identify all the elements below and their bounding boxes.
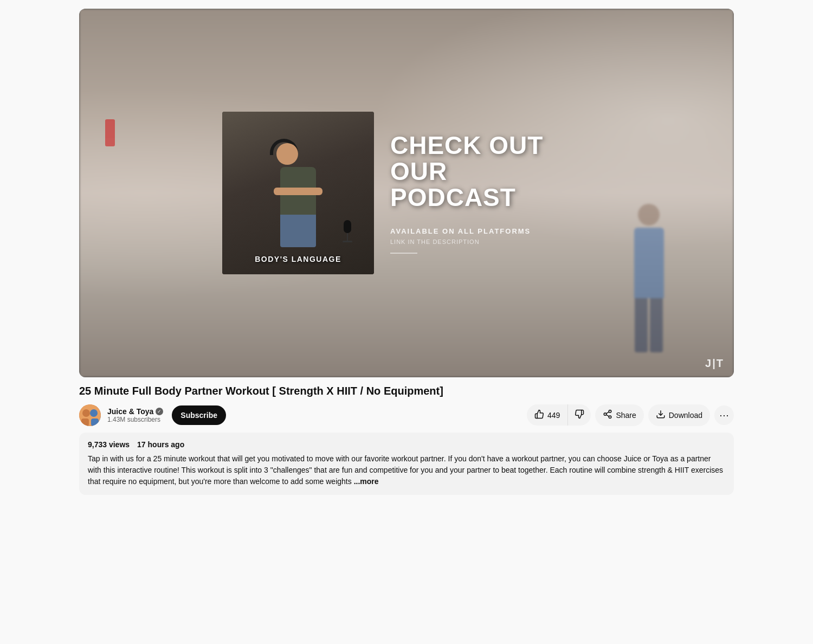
subscriber-count: 1.43M subscribers	[107, 416, 163, 423]
podcast-label: BODY'S LANGUAGE	[222, 255, 374, 263]
description-more-link[interactable]: ...more	[354, 477, 379, 486]
svg-rect-3	[81, 418, 89, 426]
time-ago: 17 hours ago	[137, 440, 184, 449]
description-meta: 9,733 views 17 hours ago	[88, 440, 725, 449]
thumbs-down-icon	[575, 409, 584, 421]
podcast-main-title: CHECK OUT OUR PODCAST	[390, 132, 575, 211]
subscribe-button[interactable]: Subscribe	[172, 405, 226, 425]
avatar-image	[79, 404, 101, 426]
description-text: Tap in with us for a 25 minute workout t…	[88, 453, 725, 487]
channel-name-row: Juice & Toya ✓	[107, 407, 163, 416]
podcast-text-block: CHECK OUT OUR PODCAST AVAILABLE ON ALL P…	[374, 121, 591, 265]
podcast-link-text: LINK IN THE DESCRIPTION	[390, 239, 575, 245]
channel-row: Juice & Toya ✓ 1.43M subscribers Subscri…	[79, 404, 734, 426]
like-dislike-group: 449	[527, 404, 591, 426]
download-button[interactable]: Download	[648, 404, 710, 426]
like-button[interactable]: 449	[527, 404, 568, 426]
channel-name[interactable]: Juice & Toya	[107, 407, 153, 416]
more-options-button[interactable]: ⋯	[714, 405, 734, 425]
more-icon: ⋯	[719, 409, 729, 421]
podcast-card: BODY'S LANGUAGE CHECK OUT OUR PODCAST AV…	[222, 112, 591, 274]
svg-rect-4	[91, 418, 99, 426]
channel-avatar[interactable]	[79, 404, 101, 426]
svg-point-2	[90, 409, 98, 417]
share-icon	[603, 409, 612, 421]
thumbnail-content: BODY'S LANGUAGE CHECK OUT OUR PODCAST AV…	[79, 9, 734, 377]
share-label: Share	[616, 411, 636, 420]
svg-line-8	[606, 415, 609, 416]
download-label: Download	[669, 411, 702, 420]
channel-info: Juice & Toya ✓ 1.43M subscribers	[107, 407, 163, 423]
svg-point-5	[609, 410, 612, 413]
podcast-image: BODY'S LANGUAGE	[222, 112, 374, 274]
svg-point-6	[604, 413, 607, 415]
video-thumbnail[interactable]: BODY'S LANGUAGE CHECK OUT OUR PODCAST AV…	[79, 9, 734, 377]
share-button[interactable]: Share	[595, 404, 643, 426]
view-count: 9,733 views	[88, 440, 130, 449]
podcast-available-text: AVAILABLE ON ALL PLATFORMS	[390, 227, 575, 235]
podcast-divider	[390, 253, 417, 254]
thumbs-up-icon	[534, 409, 544, 421]
video-info: 25 Minute Full Body Partner Workout [ St…	[79, 384, 734, 495]
svg-line-9	[606, 411, 609, 413]
verified-badge: ✓	[156, 408, 163, 415]
download-icon	[656, 409, 666, 421]
description-box: 9,733 views 17 hours ago Tap in with us …	[79, 433, 734, 495]
video-title: 25 Minute Full Body Partner Workout [ St…	[79, 384, 734, 398]
page-container: BODY'S LANGUAGE CHECK OUT OUR PODCAST AV…	[70, 0, 743, 504]
like-count: 449	[547, 411, 560, 420]
dislike-button[interactable]	[568, 404, 591, 426]
svg-point-7	[609, 416, 612, 418]
action-buttons: 449	[527, 404, 734, 426]
svg-point-1	[82, 409, 90, 417]
